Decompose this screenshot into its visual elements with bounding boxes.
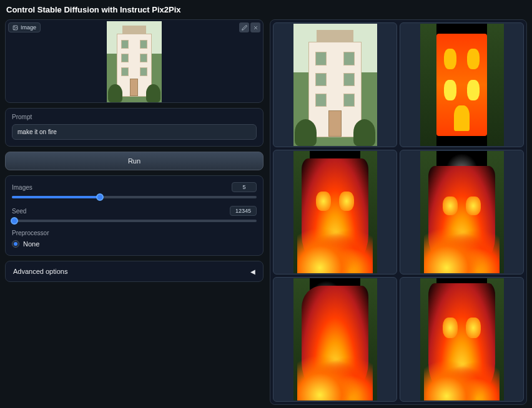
- svg-point-1: [14, 26, 15, 27]
- image-icon: [12, 25, 18, 31]
- images-slider-group: Images 5: [12, 182, 257, 198]
- image-upload-panel[interactable]: Image: [5, 19, 264, 103]
- gallery-tile[interactable]: [400, 150, 524, 274]
- prompt-panel: Prompt: [5, 108, 264, 147]
- images-value[interactable]: 5: [232, 182, 257, 192]
- prompt-label: Prompt: [12, 114, 257, 120]
- preprocessor-label: Preprocessor: [12, 230, 257, 236]
- edit-image-button[interactable]: [239, 22, 249, 32]
- gallery-tile[interactable]: [400, 22, 524, 147]
- params-panel: Images 5 Seed 12345 Prepr: [5, 175, 264, 256]
- gallery-tile[interactable]: [273, 22, 397, 147]
- run-button[interactable]: Run: [5, 152, 264, 170]
- images-slider[interactable]: [12, 196, 257, 198]
- advanced-options-label: Advanced options: [13, 268, 67, 275]
- controls-column: Image: [5, 19, 264, 405]
- prompt-input[interactable]: [12, 124, 257, 140]
- output-column: [270, 19, 527, 405]
- images-label: Images: [12, 184, 32, 191]
- radio-icon: [12, 240, 19, 248]
- image-upload-label-text: Image: [21, 24, 36, 31]
- seed-value[interactable]: 12345: [230, 206, 257, 216]
- caret-left-icon: ◀: [250, 268, 255, 275]
- preprocessor-group: Preprocessor None: [12, 230, 257, 248]
- close-icon: [253, 25, 259, 31]
- image-upload-label: Image: [8, 22, 41, 32]
- gallery-tile[interactable]: [400, 277, 524, 402]
- output-gallery: [270, 19, 527, 405]
- page-title: Control Stable Diffusion with Instruct P…: [0, 0, 532, 19]
- preprocessor-option-label: None: [23, 240, 39, 248]
- gallery-tile[interactable]: [273, 150, 397, 274]
- gallery-tile[interactable]: [273, 277, 397, 402]
- seed-slider-group: Seed 12345: [12, 206, 257, 222]
- pencil-icon: [242, 25, 247, 31]
- preprocessor-option-none[interactable]: None: [12, 240, 257, 248]
- advanced-options-accordion[interactable]: Advanced options ◀: [5, 261, 264, 282]
- input-image-preview[interactable]: [107, 21, 162, 102]
- clear-image-button[interactable]: [250, 22, 260, 32]
- seed-label: Seed: [12, 208, 26, 215]
- seed-slider[interactable]: [12, 220, 257, 222]
